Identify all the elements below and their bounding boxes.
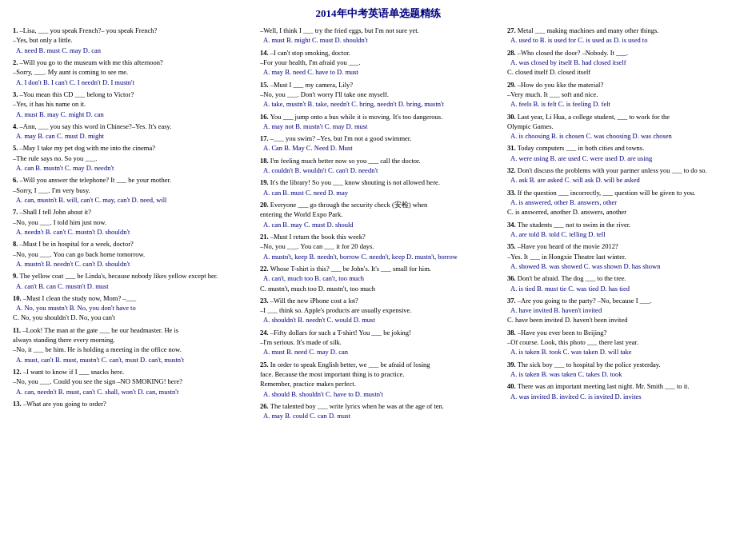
question-number: 13. (13, 400, 23, 408)
question-block: 28. –Who closed the door? –Nobody. It __… (504, 48, 746, 78)
options-line: A. showed B. was showed C. was shown D. … (504, 261, 746, 271)
options-line: A. may B. need C. have to D. must (257, 67, 499, 77)
question-number: 15. (260, 81, 270, 89)
question-number: 17. (260, 134, 270, 142)
question-text: 29. –How do you like the material? (504, 80, 746, 90)
question-number: 24. (260, 329, 270, 337)
question-block: 37. –Are you going to the party? –No, be… (504, 296, 746, 325)
question-text: 37. –Are you going to the party? –No, be… (504, 296, 746, 305)
question-block: 6. –Will you answer the telephone? It __… (10, 175, 252, 205)
question-continuation: face. Because the most important thing i… (257, 369, 499, 379)
question-number: 9. (13, 272, 20, 280)
question-continuation: C. have been invited D. haven't been inv… (504, 315, 746, 325)
question-block: 31. Today computers ___ in both cities a… (504, 143, 746, 163)
question-text: 2. –Will you go to the museum with me th… (10, 58, 252, 67)
question-block: 21. –Must I return the book this week?–N… (257, 232, 499, 261)
question-block: 40. There was an important meeting last … (504, 381, 746, 401)
options-line: A. can B. must C. need D. may (257, 188, 499, 197)
question-text: 23. –Will the new iPhone cost a lot? (257, 296, 499, 305)
question-continuation: –The rule says no. So you ___. (10, 153, 252, 163)
question-text: 25. In order to speak English better, we… (257, 360, 499, 369)
options-line: A. is taken B. was taken C. takes D. too… (504, 369, 746, 379)
question-block: 3. –You mean this CD ___ belong to Victo… (10, 90, 252, 119)
question-number: 22. (260, 265, 270, 273)
options-line: A. shouldn't B. needn't C. would D. must (257, 315, 499, 325)
question-block: 35. –Have you heard of the movie 2012?–Y… (504, 241, 746, 271)
question-continuation: –Sorry, ___. My aunt is coming to see me… (10, 67, 252, 77)
question-block: 25. In order to speak English better, we… (257, 360, 499, 399)
question-block: 8. –Must I be in hospital for a week, do… (10, 239, 252, 269)
question-continuation: –No, you ___. You can ___ it for 20 days… (257, 241, 499, 251)
question-text: 9. The yellow coat ___ be Linda's, becau… (10, 271, 252, 281)
question-text: 38. –Have you ever been to Beijing? (504, 328, 746, 337)
question-continuation: –I ___ think so. Apple's products are us… (257, 305, 499, 315)
options-line: A. is taken B. took C. was taken D. will… (504, 347, 746, 357)
question-text: 32. Don't discuss the problems with your… (504, 165, 746, 175)
question-continuation: –No, it ___ be him. He is holding a meet… (10, 345, 252, 354)
question-block: 15. –Must I ___ my camera, Lily?–No, you… (257, 80, 499, 110)
question-block: 12. –I want to know if I ___ snacks here… (10, 367, 252, 397)
options-line: A. must, can't B. must, mustn't C. can't… (10, 355, 252, 365)
question-text: 39. The sick boy ___ to hospital by the … (504, 360, 746, 369)
options-line: A. mustn't B. needn't C. can't D. should… (10, 259, 252, 269)
question-text: 16. You ___ jump onto a bus while it is … (257, 112, 499, 122)
options-line: A. is choosing B. is chosen C. was choos… (504, 131, 746, 141)
question-block: 23. –Will the new iPhone cost a lot?–I _… (257, 296, 499, 325)
question-continuation: Olympic Games. (504, 122, 746, 131)
options-line: A. ask B. are asked C. will ask D. will … (504, 175, 746, 185)
question-block: 7. –Shall I tell John about it?–No, you … (10, 207, 252, 237)
options-line: A. can't B. can C. mustn't D. must (10, 281, 252, 291)
options-line: A. need B. must C. may D. can (10, 46, 252, 55)
question-number: 30. (507, 113, 518, 121)
question-number: 16. (260, 113, 270, 121)
question-text: 5. –May I take my pet dog with me into t… (10, 143, 252, 153)
column-3: 27. Metal ___ making machines and many o… (504, 26, 746, 424)
question-text: 36. Don't be afraid. The dog ___ to the … (504, 273, 746, 283)
question-continuation: –Yes, but only a little. (10, 35, 252, 45)
question-number: 31. (507, 144, 518, 152)
options-line: A. may B. could C. can D. must (257, 411, 499, 420)
question-continuation: entering the World Expo Park. (257, 209, 499, 219)
question-block: 19. It's the library! So you ___ know sh… (257, 177, 499, 197)
question-number: 7. (13, 208, 20, 216)
question-text: 20. Everyone ___ go through the security… (257, 200, 499, 209)
question-continuation: –Of course. Look, this photo ___ there l… (504, 337, 746, 347)
question-number: 10. (13, 294, 23, 302)
options-line: A. may B. can C. must D. might (10, 131, 252, 141)
question-block: 22. Whose T-shirt is this? ___ be John's… (257, 264, 499, 293)
question-block: 36. Don't be afraid. The dog ___ to the … (504, 273, 746, 293)
column-1: 1. –Lisa, ___ you speak French?– you spe… (10, 26, 252, 424)
question-number: 8. (13, 240, 20, 248)
question-continuation: –No, you ___. You can go back home tomor… (10, 249, 252, 259)
question-block: 1. –Lisa, ___ you speak French?– you spe… (10, 26, 252, 55)
question-text: 31. Today computers ___ in both cities a… (504, 143, 746, 153)
question-text: 1. –Lisa, ___ you speak French?– you spe… (10, 26, 252, 35)
question-number: 14. (260, 49, 270, 57)
options-line: A. can, needn't B. must, can't C. shall,… (10, 387, 252, 397)
question-text: 13. –What are you going to order? (10, 399, 252, 409)
question-text: 18. I'm feeling much better now so you _… (257, 156, 499, 165)
column-2: –Well, I think I ___ try the fried eggs,… (257, 26, 499, 424)
question-number: 35. (507, 242, 518, 250)
question-number: 37. (507, 297, 518, 305)
options-line: A. are told B. told C. telling D. tell (504, 229, 746, 239)
question-text: 26. The talented boy ___ write lyrics wh… (257, 401, 499, 411)
question-block: 5. –May I take my pet dog with me into t… (10, 143, 252, 173)
question-text: 12. –I want to know if I ___ snacks here… (10, 367, 252, 377)
question-number: 21. (260, 233, 270, 241)
question-text: 7. –Shall I tell John about it? (10, 207, 252, 217)
question-text: 24. –Fifty dollars for such a T-shirt! Y… (257, 328, 499, 337)
question-continuation: –No, you ___. Don't worry I'll take one … (257, 90, 499, 99)
question-block: 20. Everyone ___ go through the security… (257, 200, 499, 229)
question-block: 18. I'm feeling much better now so you _… (257, 156, 499, 176)
question-block: 13. –What are you going to order? (10, 399, 252, 409)
options-line: A. can't, much too B. can't, too much (257, 273, 499, 283)
options-line: A. have invited B. haven't invited (504, 305, 746, 315)
question-block: 14. –I can't stop smoking, doctor.–For y… (257, 48, 499, 78)
question-block: 34. The students ___ not to swim in the … (504, 220, 746, 240)
page-title: 2014年中考英语单选题精练 (10, 6, 746, 21)
question-text: 22. Whose T-shirt is this? ___ be John's… (257, 264, 499, 273)
options-line: A. was closed by itself B. had closed it… (504, 58, 746, 67)
question-number: 23. (260, 297, 270, 305)
page: 2014年中考英语单选题精练 1. –Lisa, ___ you speak F… (0, 0, 756, 430)
